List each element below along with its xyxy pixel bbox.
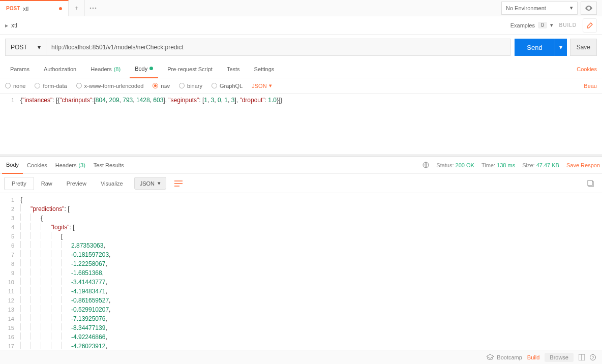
environment-area: No Environment ▾ — [501, 2, 602, 15]
body-formdata[interactable]: form-data — [35, 83, 67, 89]
tab-tests[interactable]: Tests — [222, 60, 245, 78]
unsaved-dot-icon — [59, 7, 62, 10]
view-visualize[interactable]: Visualize — [94, 177, 130, 190]
body-raw[interactable]: raw — [153, 83, 170, 89]
svg-point-0 — [90, 7, 92, 9]
chevron-down-icon: ▾ — [38, 44, 41, 51]
status-block: Status: 200 OK — [436, 162, 474, 168]
environment-label: No Environment — [506, 5, 546, 11]
method-value: POST — [11, 44, 27, 51]
tab-method: POST — [6, 6, 20, 11]
tab-settings[interactable]: Settings — [249, 60, 280, 78]
chevron-down-icon: ▾ — [269, 82, 272, 89]
body-binary[interactable]: binary — [179, 83, 202, 89]
chevron-down-icon: ▾ — [158, 180, 161, 187]
body-urlencoded[interactable]: x-www-form-urlencoded — [76, 83, 144, 89]
breadcrumb-name: xtl — [11, 22, 17, 29]
globe-icon[interactable] — [423, 162, 429, 168]
copy-icon — [587, 180, 594, 187]
examples-label: Examples — [510, 22, 535, 28]
environment-preview-button[interactable] — [581, 2, 597, 15]
caret-right-icon: ▸ — [5, 22, 8, 29]
build-label: BUILD — [559, 22, 577, 28]
request-tabs: Params Authorization Headers (8) Body Pr… — [0, 60, 602, 78]
tab-body-label: Body — [135, 66, 147, 72]
view-pretty[interactable]: Pretty — [4, 177, 34, 190]
svg-rect-5 — [588, 180, 592, 186]
tab-name: xtl — [23, 6, 28, 12]
body-indicator-icon — [149, 67, 153, 70]
body-graphql[interactable]: GraphQL — [212, 83, 243, 89]
body-format-select[interactable]: JSON ▾ — [252, 82, 272, 89]
url-input[interactable] — [46, 39, 510, 56]
environment-select[interactable]: No Environment ▾ — [501, 2, 578, 15]
response-tabs: Body Cookies Headers (3) Test Results St… — [0, 157, 602, 174]
response-view-toolbar: Pretty Raw Preview Visualize JSON ▾ — [0, 174, 602, 193]
more-icon — [89, 7, 97, 9]
request-body-editor[interactable]: 1{"instances": [{"charinputs":[804, 209,… — [0, 94, 602, 155]
method-select[interactable]: POST ▾ — [5, 39, 46, 56]
copy-button[interactable] — [583, 177, 598, 190]
cookies-link[interactable]: Cookies — [577, 66, 597, 72]
url-row: POST ▾ Send ▾ Save — [0, 35, 602, 60]
tab-prerequest[interactable]: Pre-request Script — [162, 60, 218, 78]
time-block: Time: 138 ms — [481, 162, 515, 168]
tab-headers-label: Headers — [91, 66, 112, 72]
beautify-link[interactable]: Beau — [584, 83, 597, 89]
examples-count: 0 — [538, 22, 547, 28]
svg-point-2 — [95, 7, 97, 9]
save-button[interactable]: Save — [570, 39, 597, 56]
tab-headers[interactable]: Headers (8) — [85, 60, 126, 78]
size-block: Size: 47.47 KB — [522, 162, 559, 168]
tab-body[interactable]: Body — [130, 60, 158, 78]
tab-options-button[interactable] — [85, 7, 101, 9]
breadcrumb-row: ▸ xtl Examples 0 ▾ BUILD — [0, 16, 602, 35]
chevron-down-icon: ▾ — [570, 5, 573, 11]
resp-tab-tests[interactable]: Test Results — [89, 157, 128, 174]
edit-button[interactable] — [583, 18, 597, 33]
send-options-button[interactable]: ▾ — [555, 39, 567, 56]
request-tab[interactable]: POST xtl — [0, 0, 69, 16]
resp-headers-count: (3) — [78, 162, 85, 168]
response-format-select[interactable]: JSON ▾ — [134, 177, 166, 190]
wrap-icon — [174, 180, 183, 187]
view-raw[interactable]: Raw — [34, 177, 59, 190]
svg-point-1 — [93, 7, 94, 9]
tab-authorization[interactable]: Authorization — [39, 60, 81, 78]
response-meta: Status: 200 OK Time: 138 ms Size: 47.47 … — [423, 162, 600, 168]
wrap-toggle-button[interactable] — [170, 178, 187, 189]
new-tab-button[interactable]: + — [69, 0, 85, 16]
response-body-viewer[interactable]: 1{2"predictions": [3{4"logits": [5[62.87… — [0, 193, 602, 351]
body-type-row: none form-data x-www-form-urlencoded raw… — [0, 78, 602, 94]
resp-tab-headers[interactable]: Headers (3) — [51, 157, 89, 174]
tab-bar: POST xtl + No Environment ▾ — [0, 0, 602, 16]
tab-params[interactable]: Params — [5, 60, 35, 78]
footer-bar: Bootcamp Build Browse ? — [0, 350, 602, 351]
view-preview[interactable]: Preview — [59, 177, 94, 190]
body-none[interactable]: none — [5, 83, 25, 89]
chevron-down-icon: ▾ — [550, 22, 553, 28]
format-label: JSON — [252, 83, 266, 89]
pencil-icon — [587, 22, 593, 28]
eye-icon — [585, 6, 592, 11]
resp-tab-body[interactable]: Body — [2, 157, 23, 174]
examples-dropdown[interactable]: Examples 0 ▾ — [510, 22, 553, 28]
send-button[interactable]: Send — [515, 39, 554, 56]
save-response-button[interactable]: Save Respon — [566, 162, 600, 168]
headers-count: (8) — [114, 66, 121, 72]
resp-tab-cookies[interactable]: Cookies — [23, 157, 51, 174]
